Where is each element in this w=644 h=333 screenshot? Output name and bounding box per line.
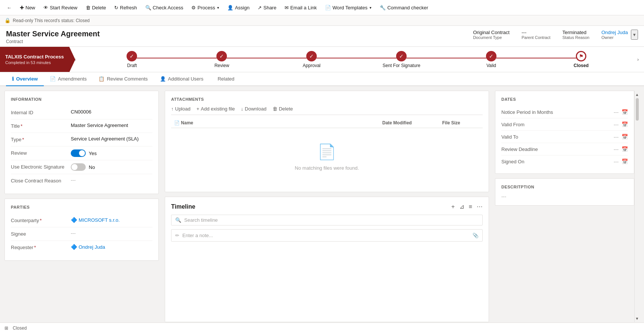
tab-overview[interactable]: ℹ Overview: [6, 72, 44, 86]
step-label: Approval: [303, 63, 321, 68]
delete-button[interactable]: 🗑 Delete: [82, 1, 110, 13]
process-step-sent-for-signature[interactable]: ✓ Sent For Signature: [356, 51, 446, 68]
timeline-add-button[interactable]: +: [451, 203, 455, 210]
tab-label-amendments: Amendments: [58, 76, 87, 82]
status-reason-label: Status Reason: [562, 35, 589, 40]
add-existing-button[interactable]: + Add existing file: [197, 106, 235, 112]
parties-fields: Counterparty* 🔷 MICROSOFT s.r.o. Signee …: [11, 214, 152, 254]
calendar-icon[interactable]: 📅: [622, 146, 628, 152]
field-label: Review: [11, 149, 71, 156]
check-access-button[interactable]: 🔍 Check Access: [142, 1, 187, 13]
dates-title: DATES: [501, 97, 628, 102]
scrollbar-track: [635, 98, 640, 315]
email-link-button[interactable]: ✉ Email a Link: [281, 1, 321, 13]
field-label: Counterparty*: [11, 217, 71, 223]
calendar-icon[interactable]: 📅: [622, 121, 628, 127]
tab-label-related: Related: [218, 76, 234, 82]
calendar-icon[interactable]: 📅: [622, 158, 628, 164]
step-circle: ✓: [306, 51, 317, 61]
note-placeholder: Enter a note...: [182, 233, 213, 238]
owner-value[interactable]: Ondrej Juda: [601, 30, 628, 35]
tab-additional_users[interactable]: 👤 Additional Users: [154, 72, 210, 86]
field-row: Counterparty* 🔷 MICROSOFT s.r.o.: [11, 214, 152, 227]
scrollbar-up[interactable]: ▲: [635, 91, 640, 98]
process-label-box: TALXIS Contract Process Completed in 53 …: [0, 47, 69, 72]
new-button[interactable]: ✚ New: [16, 1, 39, 13]
entity-icon: 🔷: [71, 217, 77, 223]
process-step-draft[interactable]: ✓ Draft: [87, 51, 177, 68]
scrollbar-down[interactable]: ▼: [635, 315, 640, 322]
calendar-icon[interactable]: 📅: [622, 134, 628, 140]
download-button[interactable]: ↓ Download: [241, 106, 266, 112]
tab-review_comments[interactable]: 📋 Review Comments: [92, 72, 154, 86]
process-label-sub: Completed in 53 minutes: [5, 60, 64, 65]
word-templates-icon: 📄: [325, 5, 331, 10]
start-review-button[interactable]: 👁 Start Review: [40, 1, 81, 13]
process-step-review[interactable]: ✓ Review: [177, 51, 267, 68]
timeline-sort-button[interactable]: ≡: [469, 203, 472, 210]
field-value: ---: [71, 177, 152, 183]
pencil-icon: ✏: [175, 233, 179, 238]
header-expand-button[interactable]: ▾: [631, 30, 638, 40]
process-nav-right[interactable]: ›: [632, 47, 644, 72]
electronic-sig-toggle[interactable]: [71, 163, 86, 171]
timeline-search[interactable]: 🔍 Search timeline: [171, 215, 483, 225]
upload-button[interactable]: ↑ Upload: [171, 106, 191, 112]
information-section: INFORMATION Internal ID CN00006 Title* M…: [4, 91, 159, 194]
calendar-icon[interactable]: 📅: [622, 109, 628, 115]
field-label: Close Contract Reason: [11, 177, 71, 184]
command-checker-icon: 🔧: [380, 5, 386, 10]
status-reason-meta: Terminated Status Reason: [562, 30, 589, 40]
date-row: Valid From --- 📅: [501, 118, 628, 131]
field-value-link[interactable]: 🔷 Ondrej Juda: [71, 244, 152, 250]
status-bar: ⊞ Closed: [0, 323, 644, 333]
field-label: Internal ID: [11, 109, 71, 115]
word-templates-button[interactable]: 📄 Word Templates: [321, 1, 375, 13]
step-label: Sent For Signature: [383, 63, 420, 68]
command-checker-button[interactable]: 🔧 Command checker: [376, 1, 432, 13]
field-value-link[interactable]: 🔷 MICROSOFT s.r.o.: [71, 217, 152, 223]
field-label: Title*: [11, 122, 71, 129]
process-step-approval[interactable]: ✓ Approval: [267, 51, 356, 68]
tab-amendments[interactable]: 📄 Amendments: [44, 72, 93, 86]
date-value: ---: [614, 134, 619, 140]
record-header: Master Service Agreement Contract Origin…: [0, 26, 644, 47]
review-toggle[interactable]: [71, 149, 86, 157]
tab-icon-overview: ℹ: [12, 76, 14, 82]
tab-label-review_comments: Review Comments: [107, 76, 148, 82]
step-label: Review: [215, 63, 229, 68]
parties-section: PARTIES Counterparty* 🔷 MICROSOFT s.r.o.…: [4, 199, 159, 261]
readonly-banner: 🔒 Read-only This record's status: Closed: [0, 15, 644, 26]
tab-related[interactable]: Related: [209, 72, 240, 86]
date-row: Valid To --- 📅: [501, 131, 628, 143]
assign-button[interactable]: 👤 Assign: [224, 1, 253, 13]
timeline-filter-button[interactable]: ⊿: [459, 203, 464, 210]
timeline-header: Timeline + ⊿ ≡ ⋯: [171, 203, 483, 210]
date-value: ---: [614, 122, 619, 127]
assign-icon: 👤: [227, 5, 233, 10]
refresh-button[interactable]: ↻ Refresh: [110, 1, 141, 13]
back-button[interactable]: ←: [3, 1, 15, 13]
dates-fields: Notice Period in Months --- 📅 Valid From…: [501, 106, 628, 167]
parent-contract-label: Parent Contract: [522, 35, 550, 40]
attachments-section: ATTACHMENTS ↑ Upload + Add existing file…: [165, 91, 489, 192]
attachments-delete-button[interactable]: 🗑 Delete: [273, 106, 293, 112]
information-fields: Internal ID CN00006 Title* Master Servic…: [11, 106, 152, 188]
email-icon: ✉: [285, 5, 289, 10]
process-step-closed[interactable]: ⚑ Closed: [536, 51, 626, 68]
field-row: Use Electronic Signature No: [11, 160, 152, 174]
field-value: Master Service Agreement: [71, 122, 152, 128]
back-icon: ←: [7, 5, 12, 10]
timeline-more-button[interactable]: ⋯: [477, 203, 483, 210]
process-step-valid[interactable]: ✓ Valid: [446, 51, 536, 68]
description-title: DESCRITPTION: [501, 185, 628, 189]
tab-icon-review_comments: 📋: [98, 76, 104, 82]
field-label: Use Electronic Signature: [11, 163, 71, 170]
timeline-note-input[interactable]: ✏ Enter a note... 📎: [171, 229, 483, 242]
field-label: Requester*: [11, 244, 71, 250]
status-icon: ⊞: [4, 326, 8, 331]
field-value: CN00006: [71, 109, 152, 115]
right-column: DATES Notice Period in Months --- 📅 Vali…: [492, 91, 634, 322]
process-button[interactable]: ⚙ Process: [188, 1, 223, 13]
share-button[interactable]: ↗ Share: [254, 1, 280, 13]
